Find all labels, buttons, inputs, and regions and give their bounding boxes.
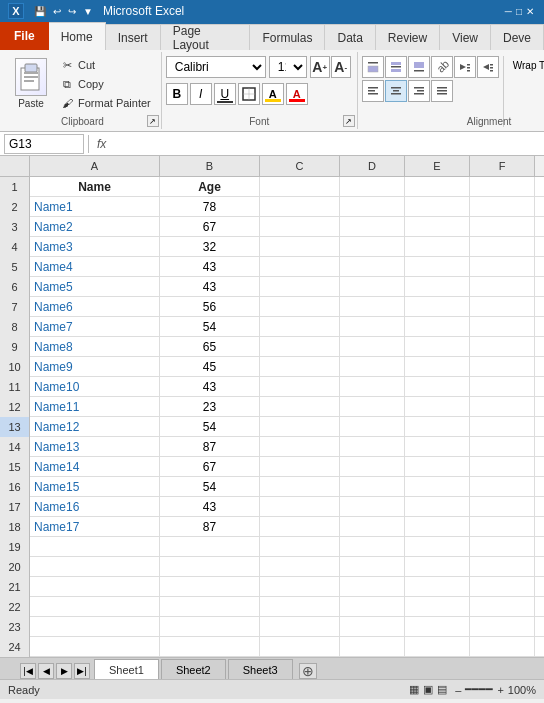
list-item[interactable]	[405, 497, 470, 517]
decrease-font-size-btn[interactable]: A-	[331, 56, 351, 78]
list-item[interactable]: 87	[160, 517, 260, 537]
list-item[interactable]	[405, 317, 470, 337]
list-item[interactable]: Name9	[30, 357, 160, 377]
align-left-btn[interactable]	[362, 80, 384, 102]
list-item[interactable]	[30, 637, 160, 657]
save-quick-btn[interactable]: 💾	[32, 5, 48, 18]
row-header-3[interactable]: 3	[0, 217, 30, 237]
indent-increase-btn[interactable]	[477, 56, 499, 78]
list-item[interactable]	[405, 357, 470, 377]
list-item[interactable]: Age	[160, 177, 260, 197]
col-header-A[interactable]: A	[30, 156, 160, 176]
list-item[interactable]	[340, 597, 405, 617]
list-item[interactable]: 43	[160, 377, 260, 397]
list-item[interactable]	[260, 217, 340, 237]
new-sheet-btn[interactable]: ⊕	[299, 663, 317, 679]
list-item[interactable]	[405, 637, 470, 657]
row-header-7[interactable]: 7	[0, 297, 30, 317]
list-item[interactable]	[160, 537, 260, 557]
prev-sheet-btn[interactable]: ◀	[38, 663, 54, 679]
list-item[interactable]	[340, 357, 405, 377]
list-item[interactable]	[405, 377, 470, 397]
list-item[interactable]	[470, 597, 535, 617]
row-header-21[interactable]: 21	[0, 577, 30, 597]
list-item[interactable]: Name7	[30, 317, 160, 337]
list-item[interactable]	[470, 497, 535, 517]
list-item[interactable]	[470, 397, 535, 417]
list-item[interactable]	[30, 597, 160, 617]
list-item[interactable]	[470, 357, 535, 377]
list-item[interactable]	[260, 557, 340, 577]
align-bottom-btn[interactable]	[408, 56, 430, 78]
list-item[interactable]	[160, 577, 260, 597]
list-item[interactable]	[405, 517, 470, 537]
list-item[interactable]	[405, 217, 470, 237]
list-item[interactable]	[340, 237, 405, 257]
list-item[interactable]	[405, 397, 470, 417]
list-item[interactable]	[405, 617, 470, 637]
col-header-C[interactable]: C	[260, 156, 340, 176]
row-header-22[interactable]: 22	[0, 597, 30, 617]
list-item[interactable]	[260, 537, 340, 557]
list-item[interactable]	[260, 437, 340, 457]
sheet-tab-sheet2[interactable]: Sheet2	[161, 659, 226, 679]
list-item[interactable]: Name11	[30, 397, 160, 417]
list-item[interactable]	[260, 517, 340, 537]
list-item[interactable]	[260, 177, 340, 197]
list-item[interactable]	[405, 477, 470, 497]
tab-view[interactable]: View	[440, 24, 491, 50]
list-item[interactable]	[260, 617, 340, 637]
list-item[interactable]	[260, 317, 340, 337]
font-size-selector[interactable]: 11	[269, 56, 307, 78]
list-item[interactable]: 43	[160, 257, 260, 277]
row-header-23[interactable]: 23	[0, 617, 30, 637]
list-item[interactable]: 23	[160, 397, 260, 417]
list-item[interactable]	[340, 337, 405, 357]
paste-button[interactable]: Paste	[8, 54, 54, 112]
list-item[interactable]	[340, 217, 405, 237]
list-item[interactable]	[260, 197, 340, 217]
row-header-4[interactable]: 4	[0, 237, 30, 257]
list-item[interactable]	[260, 497, 340, 517]
align-middle-btn[interactable]	[385, 56, 407, 78]
list-item[interactable]	[405, 597, 470, 617]
align-right-btn[interactable]	[408, 80, 430, 102]
list-item[interactable]	[470, 337, 535, 357]
list-item[interactable]	[340, 437, 405, 457]
row-header-5[interactable]: 5	[0, 257, 30, 277]
list-item[interactable]	[260, 297, 340, 317]
view-layout-btn[interactable]: ▣	[423, 683, 433, 696]
row-header-1[interactable]: 1	[0, 177, 30, 197]
list-item[interactable]	[470, 377, 535, 397]
row-header-16[interactable]: 16	[0, 477, 30, 497]
list-item[interactable]	[340, 417, 405, 437]
fill-color-button[interactable]: A	[262, 83, 284, 105]
sheet-tab-sheet1[interactable]: Sheet1	[94, 659, 159, 679]
list-item[interactable]: 32	[160, 237, 260, 257]
col-header-F[interactable]: F	[470, 156, 535, 176]
list-item[interactable]: 45	[160, 357, 260, 377]
zoom-in-btn[interactable]: +	[497, 684, 503, 696]
list-item[interactable]	[470, 537, 535, 557]
list-item[interactable]	[260, 357, 340, 377]
list-item[interactable]	[160, 557, 260, 577]
col-header-B[interactable]: B	[160, 156, 260, 176]
list-item[interactable]	[405, 197, 470, 217]
align-top-btn[interactable]	[362, 56, 384, 78]
row-header-17[interactable]: 17	[0, 497, 30, 517]
col-header-E[interactable]: E	[405, 156, 470, 176]
list-item[interactable]: Name13	[30, 437, 160, 457]
list-item[interactable]	[340, 297, 405, 317]
list-item[interactable]	[340, 257, 405, 277]
list-item[interactable]	[405, 177, 470, 197]
list-item[interactable]	[405, 277, 470, 297]
list-item[interactable]	[260, 337, 340, 357]
tab-page-layout[interactable]: Page Layout	[161, 24, 251, 50]
list-item[interactable]	[160, 637, 260, 657]
list-item[interactable]	[340, 577, 405, 597]
list-item[interactable]	[405, 457, 470, 477]
list-item[interactable]	[340, 537, 405, 557]
list-item[interactable]: 54	[160, 417, 260, 437]
cell-reference-box[interactable]: G13	[4, 134, 84, 154]
list-item[interactable]: Name2	[30, 217, 160, 237]
